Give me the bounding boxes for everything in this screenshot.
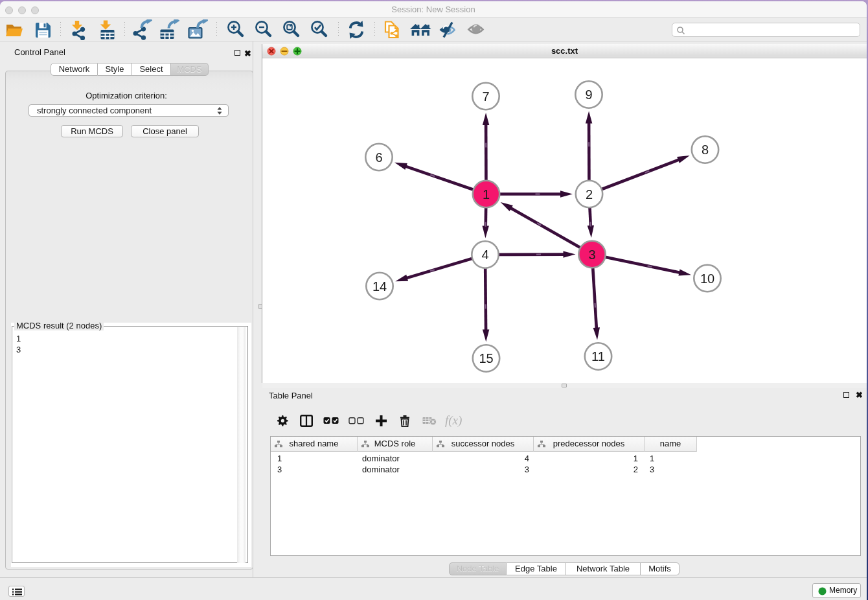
svg-text:10: 10: [700, 271, 714, 286]
svg-text:1: 1: [483, 187, 490, 202]
svg-text:14: 14: [372, 279, 387, 294]
svg-text:2: 2: [586, 187, 593, 202]
svg-text:4: 4: [481, 248, 488, 262]
svg-text:15: 15: [479, 351, 493, 365]
svg-text:9: 9: [585, 87, 592, 102]
svg-text:11: 11: [591, 349, 605, 363]
svg-text:6: 6: [375, 150, 382, 165]
svg-text:7: 7: [482, 89, 489, 104]
svg-text:8: 8: [702, 143, 709, 157]
svg-text:3: 3: [588, 248, 595, 262]
